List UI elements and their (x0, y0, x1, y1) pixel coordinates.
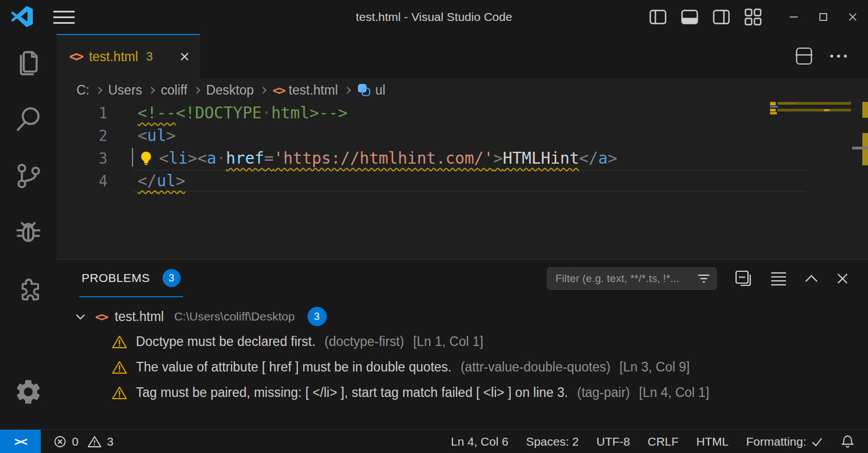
breadcrumb-symbol[interactable]: ul (375, 83, 386, 98)
customize-layout-icon[interactable] (745, 8, 762, 25)
breadcrumb-item[interactable]: C: (76, 83, 89, 98)
minimap[interactable] (770, 102, 852, 259)
close-window-icon[interactable] (848, 12, 858, 22)
maximize-panel-icon[interactable] (804, 274, 819, 283)
lightbulb-icon[interactable] (138, 149, 155, 166)
close-panel-icon[interactable] (836, 272, 849, 285)
maximize-icon[interactable] (818, 12, 828, 22)
status-bar: >< 0 3 Ln 4, Col 6 Spaces: 2 UTF-8 CRLF … (0, 429, 868, 453)
line-content: <li><a·href='https://htmlhint.com/'>HTML… (108, 147, 617, 170)
problems-count-badge: 3 (163, 269, 181, 287)
check-icon (811, 436, 823, 447)
vscode-logo-icon (11, 6, 33, 28)
breadcrumb-item[interactable]: Desktop (206, 83, 254, 98)
text-cursor (132, 148, 133, 166)
problems-file-path: C:\Users\coliff\Desktop (174, 310, 294, 323)
sidebar-item-explorer[interactable] (0, 34, 57, 91)
window-title: test.html - Visual Studio Code (356, 10, 512, 24)
panel-actions (547, 267, 868, 290)
minimap-warning-mark (770, 102, 776, 105)
collapse-all-icon[interactable] (734, 269, 753, 288)
bug-icon (14, 217, 43, 247)
panel-header: PROBLEMS 3 (57, 260, 868, 297)
sidebar-item-run-debug[interactable] (0, 204, 57, 260)
problems-status[interactable]: 0 3 (53, 435, 113, 448)
editor-actions (796, 34, 868, 78)
line-number: 2 (57, 125, 108, 147)
language-mode[interactable]: HTML (696, 435, 729, 448)
problems-filter-box[interactable] (547, 267, 717, 290)
chevron-right-icon (95, 87, 102, 94)
source-control-icon (14, 161, 43, 190)
toggle-panel-icon[interactable] (681, 10, 698, 24)
encoding[interactable]: UTF-8 (596, 435, 630, 448)
problem-position: [Ln 1, Col 1] (413, 334, 484, 349)
code-line[interactable]: 3 <li><a·href='https://htmlhint.com/'>HT… (57, 147, 868, 170)
sidebar-item-source-control[interactable] (0, 147, 57, 204)
problems-tab-label: PROBLEMS (82, 271, 150, 285)
problems-file-row[interactable]: <> test.html C:\Users\coliff\Desktop 3 (57, 304, 868, 329)
chevron-right-icon (148, 87, 155, 94)
tab-problem-count: 3 (146, 49, 153, 64)
problem-row[interactable]: Doctype must be declared first. (doctype… (57, 329, 868, 354)
sidebar-item-manage[interactable] (0, 364, 57, 420)
view-as-list-icon[interactable] (770, 271, 787, 286)
close-icon[interactable] (179, 51, 190, 62)
error-count: 0 (72, 435, 79, 448)
indentation[interactable]: Spaces: 2 (526, 435, 579, 448)
problems-file-name: test.html (115, 309, 164, 324)
sidebar-item-search[interactable] (0, 91, 57, 147)
problem-code: (doctype-first) (324, 334, 404, 349)
breadcrumb-file[interactable]: test.html (289, 83, 338, 98)
problem-row[interactable]: The value of attribute [ href ] must be … (57, 354, 868, 380)
filter-input[interactable] (555, 272, 697, 285)
tab-bar: <> test.html 3 (57, 34, 868, 78)
tab-problems[interactable]: PROBLEMS 3 (79, 260, 183, 297)
menu-icon[interactable] (53, 11, 75, 24)
chevron-right-icon (344, 87, 351, 94)
minimap-line3-accent (824, 109, 829, 111)
warning-icon (111, 360, 128, 375)
html-file-icon: <> (272, 83, 284, 97)
eol-sequence[interactable]: CRLF (648, 435, 679, 448)
warning-icon (111, 334, 128, 350)
line-number: 4 (57, 170, 108, 193)
code-line[interactable]: 2<ul> (57, 125, 868, 147)
formatting-status[interactable]: Formatting: (746, 435, 823, 448)
cursor-position[interactable]: Ln 4, Col 6 (451, 435, 508, 448)
html-file-icon: <> (69, 49, 82, 65)
minimap-line2 (770, 106, 778, 108)
problem-code: (attr-value-double-quotes) (460, 360, 610, 375)
error-circle-icon (53, 435, 67, 448)
code-line[interactable]: 1<!--<!DOCTYPE·html>--> (57, 102, 868, 125)
breadcrumb-item[interactable]: coliff (161, 83, 187, 98)
split-editor-icon[interactable] (796, 47, 813, 65)
breadcrumb-item[interactable]: Users (108, 83, 142, 98)
tab-label: test.html (89, 49, 138, 65)
remote-indicator[interactable]: >< (0, 430, 41, 453)
title-bar: test.html - Visual Studio Code (0, 0, 868, 34)
more-actions-icon[interactable] (829, 54, 848, 58)
bell-icon[interactable] (841, 434, 854, 449)
ruler-cursor-mark (852, 147, 868, 149)
activity-bar (0, 34, 57, 429)
file-problems-badge: 3 (307, 307, 327, 326)
files-icon (14, 48, 43, 77)
filter-icon[interactable] (697, 273, 711, 284)
code-line[interactable]: 4</ul> (57, 170, 868, 193)
code-editor[interactable]: 1<!--<!DOCTYPE·html>-->2<ul>3 <li><a·hre… (57, 102, 868, 259)
html-file-icon: <> (95, 310, 107, 324)
line-content: <ul> (108, 125, 176, 147)
toggle-secondary-sidebar-icon[interactable] (713, 10, 730, 24)
toggle-primary-sidebar-icon[interactable] (649, 10, 666, 24)
ruler-warning-mark (862, 102, 868, 118)
sidebar-item-extensions[interactable] (0, 260, 57, 317)
minimize-icon[interactable] (789, 12, 799, 22)
warning-count: 3 (107, 435, 114, 448)
remote-icon: >< (14, 435, 26, 448)
tab-test-html[interactable]: <> test.html 3 (57, 34, 200, 78)
line-content: <!--<!DOCTYPE·html>--> (108, 102, 348, 125)
symbol-field-icon (357, 83, 371, 97)
problem-row[interactable]: Tag must be paired, missing: [ </li> ], … (57, 380, 868, 405)
extensions-puzzle-icon (14, 274, 43, 304)
